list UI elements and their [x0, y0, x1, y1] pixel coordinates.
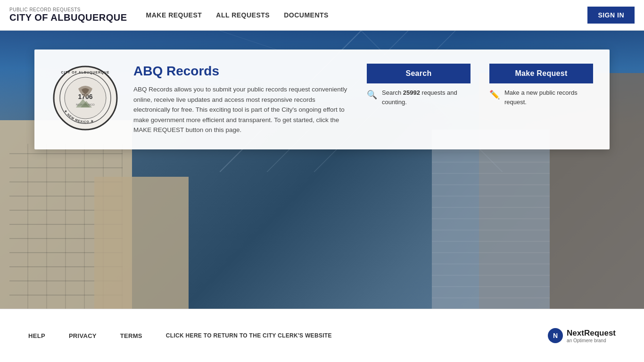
nextrequest-logo: N NextRequest an Optimere brand	[548, 328, 616, 343]
card-description: ABQ Records allows you to submit your pu…	[133, 84, 353, 135]
logo-name: NextRequest	[567, 329, 616, 338]
nav-make-request[interactable]: MAKE REQUEST	[146, 11, 202, 19]
card-content: ABQ Records ABQ Records allows you to su…	[133, 64, 353, 135]
nav-documents[interactable]: DOCUMENTS	[284, 11, 329, 19]
main-nav: MAKE REQUEST ALL REQUESTS DOCUMENTS	[146, 11, 588, 19]
card-actions: Search 🔍 Search 25992 requests and count…	[367, 64, 593, 135]
footer: HELP PRIVACY TERMS CLICK HERE TO RETURN …	[0, 309, 644, 362]
search-action: Search 🔍 Search 25992 requests and count…	[367, 64, 471, 107]
footer-privacy[interactable]: PRIVACY	[69, 332, 97, 339]
city-seal: CITY OF ALBUQUERQUE 1706 NEW MEXICO ★ NE…	[51, 64, 119, 132]
search-icon: 🔍	[367, 89, 377, 101]
card-title: ABQ Records	[133, 64, 353, 79]
footer-help[interactable]: HELP	[28, 332, 45, 339]
footer-terms[interactable]: TERMS	[120, 332, 142, 339]
logo-text: NextRequest an Optimere brand	[567, 329, 616, 343]
hero-section: CITY OF ALBUQUERQUE 1706 NEW MEXICO ★ NE…	[0, 31, 644, 309]
seal-svg: CITY OF ALBUQUERQUE 1706 NEW MEXICO ★ NE…	[52, 65, 118, 131]
search-button[interactable]: Search	[367, 64, 471, 83]
make-request-button[interactable]: Make Request	[489, 64, 593, 83]
request-count: 25992	[403, 89, 420, 96]
footer-links: HELP PRIVACY TERMS CLICK HERE TO RETURN …	[28, 332, 548, 339]
search-desc-text: Search 25992 requests and counting.	[382, 88, 471, 107]
header: PUBLIC RECORD REQUESTS CITY OF ALBUQUERQ…	[0, 0, 644, 31]
search-description: 🔍 Search 25992 requests and counting.	[367, 88, 471, 107]
svg-text:CITY OF ALBUQUERQUE: CITY OF ALBUQUERQUE	[61, 71, 109, 74]
info-card: CITY OF ALBUQUERQUE 1706 NEW MEXICO ★ NE…	[34, 49, 610, 149]
make-request-desc-text: Make a new public records request.	[504, 88, 593, 107]
sign-in-button[interactable]: SIGN IN	[587, 7, 635, 24]
make-request-action: Make Request ✏️ Make a new public record…	[489, 64, 593, 107]
site-title: CITY OF ALBUQUERQUE	[9, 12, 127, 23]
brand: PUBLIC RECORD REQUESTS CITY OF ALBUQUERQ…	[9, 7, 127, 23]
supertitle: PUBLIC RECORD REQUESTS	[9, 7, 127, 12]
footer-clerk[interactable]: CLICK HERE TO RETURN TO THE CITY CLERK'S…	[166, 332, 332, 339]
edit-icon: ✏️	[489, 89, 500, 101]
make-request-description: ✏️ Make a new public records request.	[489, 88, 593, 107]
nav-all-requests[interactable]: ALL REQUESTS	[216, 11, 270, 19]
logo-sub: an Optimere brand	[567, 338, 616, 343]
logo-icon: N	[548, 328, 563, 343]
